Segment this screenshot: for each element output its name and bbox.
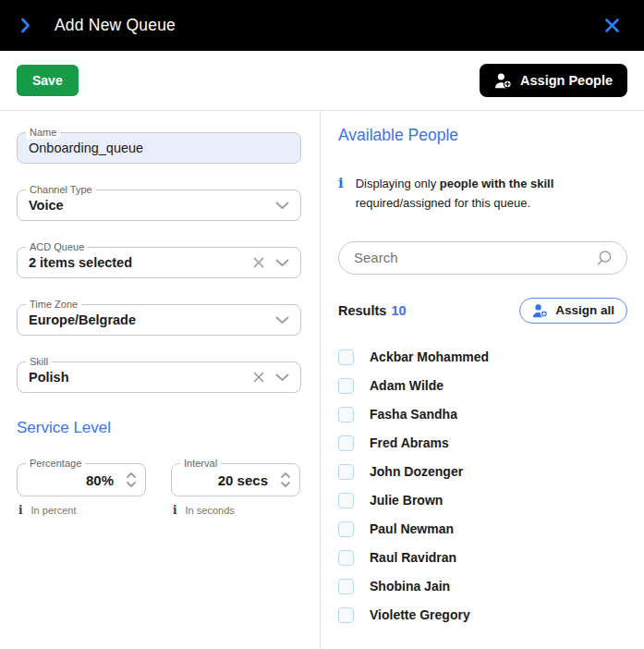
person-row[interactable]: Adam Wilde — [338, 372, 627, 400]
percentage-field[interactable]: Percentage 80% — [17, 463, 146, 496]
person-name: Adam Wilde — [370, 378, 444, 393]
person-row[interactable]: Shobina Jain — [338, 572, 627, 601]
person-name: Shobina Jain — [370, 579, 450, 594]
up-down-caret-icon[interactable] — [125, 470, 138, 490]
results-label: Results10 — [338, 303, 407, 318]
person-name: Ackbar Mohammed — [370, 349, 489, 364]
skill-label: Skill — [26, 355, 52, 368]
dialog-header: Add New Queue — [0, 0, 644, 51]
skill-filter-note: i Displaying only people with the skill … — [338, 175, 627, 214]
interval-group: Interval 20 secs i In seconds — [171, 463, 300, 517]
name-field-label: Name — [26, 126, 60, 139]
person-name: Fasha Sandha — [370, 407, 457, 422]
person-checkbox[interactable] — [338, 579, 354, 594]
person-checkbox[interactable] — [338, 550, 354, 566]
close-icon[interactable] — [601, 14, 624, 37]
acd-queue-label: ACD Queue — [26, 240, 88, 253]
person-row[interactable]: Raul Ravidran — [338, 544, 627, 572]
person-checkbox[interactable] — [338, 607, 354, 623]
person-add-icon — [494, 72, 512, 89]
clear-x-icon[interactable] — [253, 257, 264, 268]
interval-field[interactable]: Interval 20 secs — [171, 463, 300, 496]
info-i-icon: i — [338, 175, 344, 214]
assign-people-label: Assign People — [520, 73, 613, 88]
person-row[interactable]: Julie Brown — [338, 486, 627, 515]
interval-label: Interval — [180, 457, 221, 470]
person-checkbox[interactable] — [338, 464, 354, 480]
person-row[interactable]: Ackbar Mohammed — [338, 343, 627, 372]
service-level-row: Percentage 80% i In percent Int — [17, 463, 301, 517]
service-level-heading: Service Level — [17, 419, 301, 437]
person-checkbox[interactable] — [338, 407, 354, 422]
time-zone-value: Europe/Belgrade — [29, 312, 136, 327]
person-checkbox[interactable] — [338, 349, 354, 365]
acd-queue-field[interactable]: ACD Queue 2 items selected — [17, 247, 301, 278]
save-button[interactable]: Save — [17, 65, 79, 96]
person-row[interactable]: Violette Gregory — [338, 601, 627, 630]
percentage-value[interactable]: 80% — [29, 472, 114, 488]
dialog-title: Add New Queue — [55, 16, 176, 35]
percentage-group: Percentage 80% i In percent — [17, 463, 146, 517]
results-count: 10 — [391, 303, 406, 318]
percentage-helper-text: In percent — [31, 505, 77, 516]
results-row: Results10 Assign all — [338, 298, 627, 324]
assign-all-button[interactable]: Assign all — [519, 298, 627, 324]
skill-value: Polish — [29, 370, 69, 385]
person-row[interactable]: Fasha Sandha — [338, 400, 627, 429]
assign-all-label: Assign all — [555, 303, 614, 317]
person-name: Paul Newman — [370, 521, 454, 536]
person-checkbox[interactable] — [338, 521, 354, 537]
channel-type-field[interactable]: Channel Type Voice — [17, 190, 301, 221]
action-toolbar: Save Assign People — [0, 51, 644, 111]
chevron-right-icon[interactable] — [20, 18, 30, 33]
magnifier-icon[interactable] — [595, 249, 614, 267]
person-add-icon — [532, 303, 548, 318]
people-list: Ackbar Mohammed Adam Wilde Fasha Sandha … — [338, 343, 627, 630]
skill-filter-note-text: Displaying only people with the skill re… — [356, 175, 587, 214]
person-checkbox[interactable] — [338, 493, 354, 508]
person-name: John Dozenger — [370, 464, 463, 479]
assign-people-button[interactable]: Assign People — [480, 64, 627, 97]
person-name: Fred Abrams — [370, 435, 449, 450]
person-name: Violette Gregory — [370, 607, 470, 622]
time-zone-field[interactable]: Time Zone Europe/Belgrade — [17, 304, 301, 336]
channel-type-label: Channel Type — [26, 183, 96, 196]
channel-type-value: Voice — [29, 198, 64, 213]
person-checkbox[interactable] — [338, 378, 354, 394]
chevron-down-icon[interactable] — [275, 316, 289, 324]
person-row[interactable]: Paul Newman — [338, 515, 627, 544]
clear-x-icon[interactable] — [253, 372, 264, 383]
percentage-helper: i In percent — [17, 504, 146, 517]
available-people-heading: Available People — [338, 126, 627, 145]
person-name: Raul Ravidran — [370, 550, 456, 565]
time-zone-label: Time Zone — [26, 298, 81, 311]
available-people-panel: Available People i Displaying only peopl… — [321, 111, 644, 649]
up-down-caret-icon[interactable] — [279, 470, 292, 490]
person-checkbox[interactable] — [338, 435, 354, 451]
skill-field[interactable]: Skill Polish — [17, 361, 301, 393]
people-search-box[interactable] — [338, 241, 627, 275]
person-row[interactable]: Fred Abrams — [338, 429, 627, 458]
person-name: Julie Brown — [370, 493, 443, 508]
chevron-down-icon[interactable] — [275, 202, 289, 210]
people-search-input[interactable] — [354, 250, 595, 265]
acd-queue-value: 2 items selected — [29, 255, 132, 270]
chevron-down-icon[interactable] — [275, 259, 289, 267]
percentage-label: Percentage — [26, 457, 85, 470]
dialog-body: Name Channel Type Voice ACD Queue 2 item… — [0, 111, 644, 649]
interval-helper: i In seconds — [171, 504, 300, 517]
name-input[interactable] — [29, 141, 289, 155]
info-i-icon: i — [18, 504, 23, 517]
person-row[interactable]: John Dozenger — [338, 458, 627, 486]
info-i-icon: i — [173, 504, 177, 517]
interval-helper-text: In seconds — [186, 505, 235, 516]
queue-form-panel: Name Channel Type Voice ACD Queue 2 item… — [0, 111, 321, 649]
chevron-down-icon[interactable] — [275, 373, 289, 382]
name-field[interactable]: Name — [17, 132, 301, 164]
interval-value[interactable]: 20 secs — [183, 472, 268, 488]
